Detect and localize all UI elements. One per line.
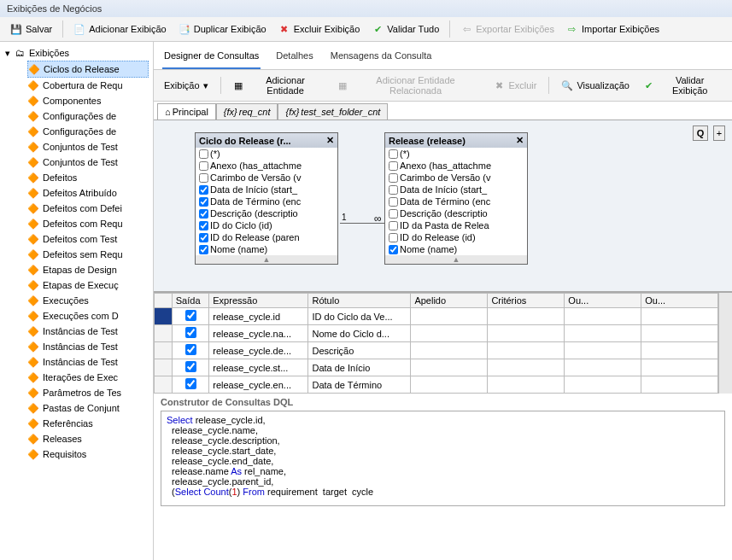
view-dropdown[interactable]: Exibição ▾ <box>159 79 214 93</box>
subtab-req-cnt[interactable]: {fx} req_cnt <box>216 103 278 120</box>
sidebar-item[interactable]: 🔶Execuções com D <box>27 308 153 324</box>
sidebar-item[interactable]: 🔶Releases <box>27 431 153 446</box>
sidebar-item[interactable]: 🔶Cobertura de Requ <box>27 78 153 93</box>
entity-field[interactable]: ID do Release (paren <box>196 231 337 243</box>
col-criteria[interactable]: Critérios <box>488 294 565 308</box>
entity-field[interactable]: Descrição (descriptio <box>196 207 337 219</box>
sidebar-item[interactable]: 🔶Defeitos com Test <box>27 231 153 247</box>
entity-field[interactable]: Descrição (descriptio <box>385 207 527 219</box>
col-or2[interactable]: Ou... <box>641 294 718 308</box>
output-checkbox[interactable] <box>185 310 196 321</box>
collapse-icon[interactable]: ▾ <box>5 48 10 59</box>
import-views-button[interactable]: ⇨Importar Exibições <box>561 21 665 37</box>
sidebar-item[interactable]: 🔶Requisitos <box>27 446 153 462</box>
close-icon[interactable]: ✕ <box>516 135 524 146</box>
entity-field[interactable]: Carimbo de Versão (v <box>196 172 337 184</box>
add-view-button[interactable]: 📄Adicionar Exibição <box>68 21 172 37</box>
sidebar-item[interactable]: 🔶Instâncias de Test <box>27 354 153 370</box>
field-checkbox[interactable] <box>199 149 208 159</box>
entity-field[interactable]: ID do Ciclo (id) <box>196 219 337 231</box>
sidebar-item[interactable]: 🔶Conjuntos de Test <box>27 155 153 170</box>
output-checkbox[interactable] <box>185 344 196 355</box>
entity-field[interactable]: Nome (name) <box>196 243 337 255</box>
sidebar-item[interactable]: 🔶Ciclos do Release <box>27 61 149 78</box>
col-label[interactable]: Rótulo <box>308 294 411 308</box>
entity-field[interactable]: ID da Pasta de Relea <box>385 219 527 231</box>
table-row[interactable]: release_cycle.st...Data de Início <box>155 359 718 376</box>
col-expression[interactable]: Expressão <box>209 294 308 308</box>
table-row[interactable]: release_cycle.de...Descrição <box>155 342 718 359</box>
entity-field[interactable]: Data de Início (start_ <box>385 184 527 195</box>
validate-all-button[interactable]: ✔Validar Tudo <box>366 21 444 37</box>
sidebar-item[interactable]: 🔶Pastas de Conjunt <box>27 400 153 416</box>
sidebar-item[interactable]: 🔶Iterações de Exec <box>27 370 153 385</box>
field-checkbox[interactable] <box>199 209 208 219</box>
cell-expr[interactable]: release_cycle.id <box>209 308 308 325</box>
table-row[interactable]: release_cycle.idID do Ciclo da Ve... <box>155 308 718 325</box>
entity-field[interactable]: Data de Término (enc <box>196 195 337 207</box>
cell-label[interactable]: ID do Ciclo da Ve... <box>308 308 411 325</box>
entity-field[interactable]: ID do Release (id) <box>385 231 527 243</box>
field-checkbox[interactable] <box>389 185 398 195</box>
sidebar-item[interactable]: 🔶Defeitos sem Requ <box>27 247 153 262</box>
sidebar-item[interactable]: 🔶Componentes <box>27 93 153 108</box>
plus-button[interactable]: + <box>713 125 725 141</box>
sidebar-item[interactable]: 🔶Instâncias de Test <box>27 324 153 339</box>
sidebar-item[interactable]: 🔶Etapas de Design <box>27 262 153 277</box>
output-checkbox[interactable] <box>185 378 196 389</box>
col-alias[interactable]: Apelido <box>411 294 488 308</box>
entity-field[interactable]: Nome (name) <box>385 243 527 255</box>
entity-field[interactable]: Carimbo de Versão (v <box>385 172 527 184</box>
output-checkbox[interactable] <box>185 327 196 338</box>
field-checkbox[interactable] <box>389 197 398 207</box>
table-row[interactable]: release_cycle.en...Data de Término <box>155 376 718 394</box>
add-entity-button[interactable]: ▦Adicionar Entidade <box>228 73 329 97</box>
entity-scroll-indicator[interactable]: ▲ <box>385 255 527 264</box>
field-checkbox[interactable] <box>389 173 398 183</box>
sidebar-item[interactable]: 🔶Parâmetros de Tes <box>27 385 153 400</box>
col-or1[interactable]: Ou... <box>565 294 641 308</box>
entity-field[interactable]: (*) <box>385 148 527 160</box>
field-checkbox[interactable] <box>199 245 208 254</box>
entity-release-cycle[interactable]: Ciclo do Release (r...✕ (*)Anexo (has_at… <box>195 132 338 265</box>
delete-view-button[interactable]: ✖Excluir Exibição <box>273 21 366 37</box>
entity-field[interactable]: Data de Término (enc <box>385 195 527 207</box>
field-checkbox[interactable] <box>199 233 208 242</box>
close-icon[interactable]: ✕ <box>326 135 334 146</box>
sidebar-item[interactable]: 🔶Defeitos Atribuído <box>27 185 153 201</box>
field-checkbox[interactable] <box>199 173 208 183</box>
validate-view-button[interactable]: ✔Validar Exibição <box>638 73 727 97</box>
sidebar-item[interactable]: 🔶Etapas de Execuç <box>27 277 153 293</box>
entity-field[interactable]: Anexo (has_attachme <box>385 160 527 172</box>
field-checkbox[interactable] <box>199 197 208 207</box>
cell-expr[interactable]: release_cycle.st... <box>209 359 308 376</box>
cell-label[interactable]: Nome do Ciclo d... <box>308 325 411 342</box>
save-button[interactable]: 💾Salvar <box>5 21 57 37</box>
cell-expr[interactable]: release_cycle.en... <box>209 376 308 394</box>
sidebar-item[interactable]: 🔶Conjuntos de Test <box>27 139 153 155</box>
field-checkbox[interactable] <box>389 161 398 171</box>
sidebar-item[interactable]: 🔶Referências <box>27 416 153 431</box>
field-checkbox[interactable] <box>199 161 208 171</box>
sidebar-item[interactable]: 🔶Configurações de <box>27 124 153 139</box>
duplicate-view-button[interactable]: 📑Duplicar Exibição <box>173 21 272 37</box>
subtab-main[interactable]: ⌂Principal <box>157 103 216 120</box>
field-checkbox[interactable] <box>389 149 398 159</box>
table-row[interactable]: release_cycle.na...Nome do Ciclo d... <box>155 325 718 342</box>
preview-button[interactable]: 🔍Visualização <box>556 78 635 93</box>
q-button[interactable]: Q <box>693 125 708 141</box>
sidebar-item[interactable]: 🔶Execuções <box>27 293 153 308</box>
entity-field[interactable]: Anexo (has_attachme <box>196 160 337 172</box>
field-checkbox[interactable] <box>389 221 398 230</box>
sidebar-item[interactable]: 🔶Configurações de <box>27 108 153 124</box>
sidebar-item[interactable]: 🔶Instâncias de Test <box>27 339 153 354</box>
sidebar-item[interactable]: 🔶Defeitos com Requ <box>27 216 153 231</box>
tab-designer[interactable]: Designer de Consultas <box>162 47 261 69</box>
field-checkbox[interactable] <box>389 209 398 219</box>
cell-label[interactable]: Data de Término <box>308 376 411 394</box>
vertical-scrollbar[interactable] <box>718 293 732 394</box>
output-checkbox[interactable] <box>185 361 196 372</box>
field-checkbox[interactable] <box>389 233 398 242</box>
cell-label[interactable]: Data de Início <box>308 359 411 376</box>
sidebar-item[interactable]: 🔶Defeitos com Defei <box>27 201 153 216</box>
